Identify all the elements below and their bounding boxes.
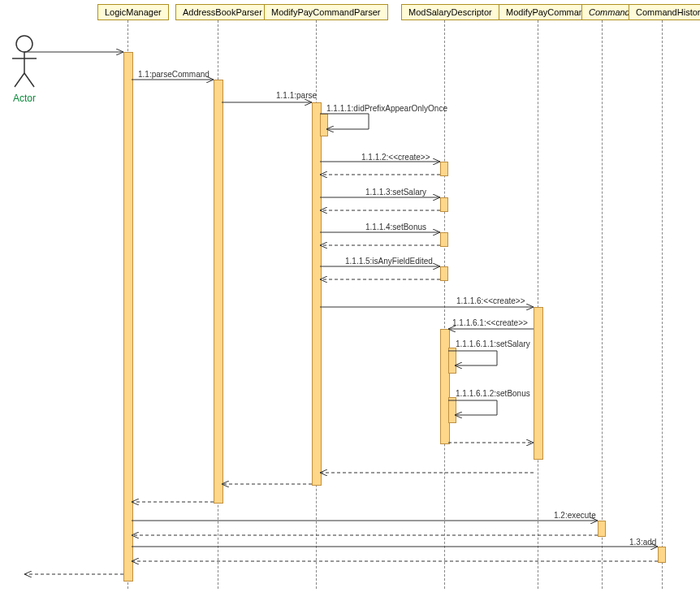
- sequence-diagram: Actor LogicManager AddressBookParser Mod…: [0, 0, 700, 601]
- arrows-overlay: [0, 0, 700, 601]
